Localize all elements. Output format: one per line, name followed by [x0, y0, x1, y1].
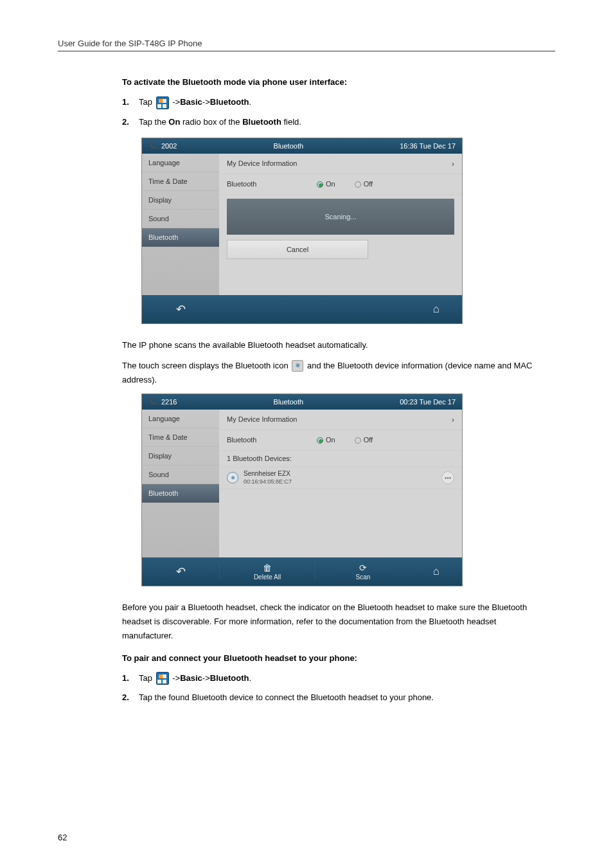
scan-icon: ⟳	[359, 563, 367, 573]
phone-icon: 📞	[148, 397, 157, 406]
extension: 2002	[161, 142, 177, 150]
back-button[interactable]: ↶	[142, 565, 219, 579]
more-button[interactable]: •••	[441, 471, 454, 484]
chevron-right-icon: ›	[452, 415, 454, 424]
step-text: field.	[281, 117, 301, 127]
on-text: On	[326, 436, 335, 444]
sidebar-item-display[interactable]: Display	[142, 191, 219, 210]
my-device-label: My Device Information	[227, 415, 317, 423]
on-text: On	[326, 180, 335, 188]
scan-button[interactable]: ⟳ Scan	[315, 563, 411, 581]
devices-count-row: 1 Bluetooth Devices:	[219, 451, 462, 467]
footer-bar: ↶ ⌂	[142, 295, 462, 323]
off-text: Off	[364, 180, 373, 188]
settings-main: My Device Information › Bluetooth On Off…	[219, 154, 462, 295]
off-text: Off	[364, 436, 373, 444]
radio-off[interactable]: Off	[355, 436, 373, 444]
radio-off[interactable]: Off	[355, 180, 373, 188]
sidebar-item-display[interactable]: Display	[142, 447, 219, 466]
sidebar-item-time-date[interactable]: Time & Date	[142, 428, 219, 447]
section-heading: To pair and connect your Bluetooth heads…	[122, 653, 536, 663]
sidebar-item-sound[interactable]: Sound	[142, 210, 219, 228]
settings-sidebar: Language Time & Date Display Sound Bluet…	[142, 410, 219, 557]
text: The touch screen displays the Bluetooth …	[122, 361, 290, 370]
sidebar-item-bluetooth[interactable]: Bluetooth	[142, 484, 219, 503]
bluetooth-label: Bluetooth	[210, 97, 249, 107]
extension: 2216	[161, 398, 177, 406]
footer-bar: ↶ 🗑 Delete All ⟳ Scan ⌂	[142, 557, 462, 586]
screen-time: 00:23 Tue Dec 17	[400, 398, 456, 406]
paragraph: Before you pair a Bluetooth headset, che…	[122, 601, 536, 643]
paragraph: The touch screen displays the Bluetooth …	[122, 359, 536, 387]
radio-on[interactable]: On	[317, 180, 335, 188]
period: .	[249, 97, 251, 107]
screen-title: Bluetooth	[177, 398, 400, 406]
sidebar-item-time-date[interactable]: Time & Date	[142, 172, 219, 191]
back-button[interactable]: ↶	[142, 302, 219, 316]
my-device-row[interactable]: My Device Information ›	[219, 410, 462, 430]
title-bar: 📞 2002 Bluetooth 16:36 Tue Dec 17	[142, 138, 462, 154]
screen-time: 16:36 Tue Dec 17	[400, 142, 456, 150]
apps-icon	[156, 96, 169, 109]
step-2: Tap the found Bluetooth device to connec…	[122, 691, 536, 704]
screenshot-scanning: 📞 2002 Bluetooth 16:36 Tue Dec 17 Langua…	[141, 138, 463, 324]
device-mac: 00:16:94:05:8E:C7	[244, 478, 292, 485]
device-name: Sennheiser EZX	[244, 470, 292, 478]
delete-all-label: Delete All	[254, 574, 281, 581]
basic-label: Basic	[180, 97, 202, 107]
on-label: On	[168, 117, 180, 127]
arrow-text: ->	[202, 97, 210, 107]
bluetooth-device-row[interactable]: ⁕ Sennheiser EZX 00:16:94:05:8E:C7 •••	[219, 467, 462, 489]
screen-title: Bluetooth	[177, 142, 400, 150]
home-button[interactable]: ⌂	[411, 565, 462, 578]
cancel-button[interactable]: Cancel	[227, 240, 368, 259]
bluetooth-toggle-row: Bluetooth On Off	[219, 174, 462, 195]
page-number: 62	[58, 833, 67, 842]
settings-main: My Device Information › Bluetooth On Off…	[219, 410, 462, 557]
bt-label: Bluetooth	[242, 117, 281, 127]
settings-sidebar: Language Time & Date Display Sound Bluet…	[142, 154, 219, 295]
bluetooth-icon: ⁕	[292, 360, 303, 372]
paragraph: The IP phone scans the available Bluetoo…	[122, 338, 536, 352]
my-device-label: My Device Information	[227, 159, 317, 167]
home-button[interactable]: ⌂	[411, 303, 462, 316]
step-text: radio box of the	[180, 117, 242, 127]
step-text: Tap the	[139, 117, 168, 127]
delete-all-button[interactable]: 🗑 Delete All	[219, 563, 315, 581]
apps-icon	[156, 672, 169, 685]
bluetooth-device-icon: ⁕	[227, 472, 238, 484]
devices-count: 1 Bluetooth Devices:	[227, 455, 292, 462]
trash-icon: 🗑	[263, 563, 272, 573]
sidebar-item-language[interactable]: Language	[142, 154, 219, 172]
phone-icon: 📞	[148, 141, 157, 150]
sidebar-item-sound[interactable]: Sound	[142, 466, 219, 484]
sidebar-item-bluetooth[interactable]: Bluetooth	[142, 228, 219, 247]
step-text: ->	[172, 97, 180, 107]
scan-label: Scan	[356, 574, 371, 581]
step-text: Tap	[139, 673, 155, 683]
bluetooth-toggle-row: Bluetooth On Off	[219, 430, 462, 451]
arrow-text: ->	[202, 673, 210, 683]
screenshot-devices: 📞 2216 Bluetooth 00:23 Tue Dec 17 Langua…	[141, 393, 463, 586]
bluetooth-row-label: Bluetooth	[227, 436, 317, 444]
bluetooth-label: Bluetooth	[210, 673, 249, 683]
step-1: Tap ->Basic->Bluetooth.	[122, 672, 536, 685]
bluetooth-row-label: Bluetooth	[227, 180, 317, 188]
section-heading: To activate the Bluetooth mode via phone…	[122, 77, 536, 87]
sidebar-item-language[interactable]: Language	[142, 410, 219, 428]
title-bar: 📞 2216 Bluetooth 00:23 Tue Dec 17	[142, 394, 462, 410]
step-1: Tap ->Basic->Bluetooth.	[122, 96, 536, 109]
step-text: ->	[172, 673, 180, 683]
basic-label: Basic	[180, 673, 202, 683]
my-device-row[interactable]: My Device Information ›	[219, 154, 462, 174]
radio-on[interactable]: On	[317, 436, 335, 444]
step-2: Tap the On radio box of the Bluetooth fi…	[122, 116, 536, 129]
chevron-right-icon: ›	[452, 159, 454, 168]
scanning-panel: Scaning...	[227, 199, 454, 235]
step-text: Tap	[139, 97, 155, 107]
period: .	[249, 673, 251, 683]
page-header: User Guide for the SIP-T48G IP Phone	[58, 39, 555, 51]
